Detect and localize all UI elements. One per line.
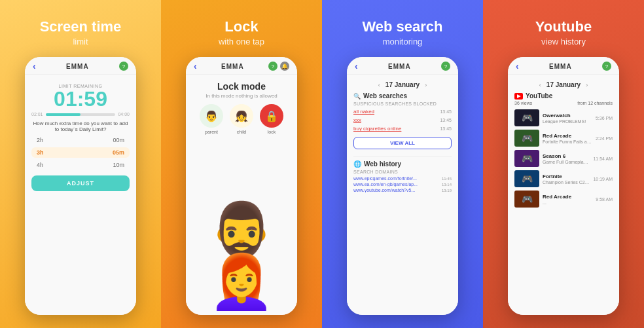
yt-title-1: Owerwatch — [543, 113, 592, 119]
back-arrow-4-icon[interactable]: ‹ — [516, 61, 519, 71]
status-icon-3: ? — [441, 62, 450, 71]
used-label: 02:01 — [31, 112, 43, 117]
yt-item-4[interactable]: 🎮 Fortnite Champion Series C2S7 - Qualif… — [514, 170, 613, 187]
time-option-1[interactable]: 2h 00m — [31, 135, 130, 145]
yt-video-list: 🎮 Owerwatch League PROBLEMS! 5:36 PM 🎮 R… — [514, 109, 613, 208]
yt-item-5[interactable]: 🎮 Red Arcade ... 9:58 AM — [514, 191, 613, 208]
yt-thumb-5: 🎮 — [514, 191, 539, 208]
yt-item-2[interactable]: 🎮 Red Arcade Fortnite Funny Fails and WT… — [514, 130, 613, 147]
add-time-question: How much extra time do you want to add t… — [31, 120, 130, 132]
time-option-2[interactable]: 3h 05m — [31, 147, 130, 158]
lock-label: lock — [268, 130, 276, 134]
panel-2-title: Lock — [224, 18, 258, 35]
panel-3-subtitle: monitoring — [383, 37, 423, 46]
panel-2-subtitle: with one tap — [219, 37, 264, 46]
panel-4-title: Youtube — [535, 18, 592, 35]
date-4: 17 January — [546, 81, 581, 88]
child-label: child — [237, 130, 246, 134]
yt-thumb-1: 🎮 — [514, 109, 539, 126]
yt-info-3: Season 6 Game Full Gameplay Seas... — [543, 153, 590, 164]
phone-2-icons: ? 🔔 — [268, 62, 289, 71]
web-history-header: 🌐 Web history — [353, 160, 452, 168]
yt-thumb-2: 🎮 — [514, 130, 539, 147]
phone-1-status-bar: ‹ EMMA ? — [25, 57, 136, 75]
phone-2-status-bar: ‹ EMMA ? 🔔 — [186, 57, 297, 75]
back-arrow-icon[interactable]: ‹ — [33, 61, 36, 71]
phone-1-content: LIMIT REMAINING 01:59 02:01 04:00 How mu… — [25, 75, 136, 315]
timer-display: 01:59 — [31, 88, 130, 109]
panel-1-title: Screen time — [40, 18, 122, 35]
yt-stats: 36 views from 12 channels — [514, 101, 613, 105]
yt-item-3[interactable]: 🎮 Season 6 Game Full Gameplay Seas... 11… — [514, 150, 613, 167]
yt-channel-5: ... — [543, 200, 592, 205]
parent-child-figure: 🧔‍♂️👩‍🦰 — [192, 204, 291, 308]
back-arrow-2-icon[interactable]: ‹ — [194, 61, 197, 71]
yt-views: 36 views — [514, 101, 532, 105]
status-icon: ? — [119, 62, 128, 71]
search-term-2: xxx — [353, 117, 361, 123]
child-avatar: 👧 — [230, 104, 253, 128]
history-time-3: 13:19 — [442, 189, 452, 192]
search-term-3: buy cigarettes online — [353, 126, 401, 132]
yt-title-5: Red Arcade — [543, 194, 592, 200]
parent-icon-item: 👨 parent — [200, 104, 223, 134]
phone-3-icons: ? — [441, 62, 450, 71]
yt-thumb-3: 🎮 — [514, 150, 539, 167]
youtube-logo: ▶ — [514, 93, 523, 100]
phone-4: ‹ EMMA ? ‹ 17 January › ▶ YouTube 36 vie… — [508, 57, 619, 315]
date-row-3: ‹ 17 January › — [353, 81, 452, 88]
yt-channel-4: Champion Series C2S7 - Qualifier... — [543, 180, 590, 185]
youtube-panel: Youtube view history ‹ EMMA ? ‹ 17 Janua… — [483, 0, 644, 328]
phone-4-status-bar: ‹ EMMA ? — [508, 57, 619, 75]
yt-time-5: 9:58 AM — [596, 197, 613, 202]
search-item-1: all naked 13:45 — [353, 107, 452, 116]
search-time-1: 13:45 — [440, 109, 452, 114]
yt-item-1[interactable]: 🎮 Owerwatch League PROBLEMS! 5:36 PM — [514, 109, 613, 126]
yt-info-5: Red Arcade ... — [543, 194, 592, 205]
time-m-1: 00m — [113, 137, 124, 143]
yt-title-4: Fortnite — [543, 173, 590, 180]
date-3: 17 January — [385, 81, 420, 88]
yt-channels: from 12 channels — [577, 101, 613, 105]
yt-header: ▶ YouTube — [514, 92, 613, 100]
yt-channel-3: Game Full Gameplay Seas... — [543, 160, 590, 164]
lock-icon-item[interactable]: 🔒 lock — [260, 104, 283, 134]
yt-info-1: Owerwatch League PROBLEMS! — [543, 113, 592, 124]
limit-value: 04:00 — [118, 112, 130, 117]
search-items: all naked 13:45 xxx 13:45 buy cigarettes… — [353, 107, 452, 133]
history-url-3[interactable]: www.youtube.com/watch?v5... — [353, 188, 415, 192]
search-time-2: 13:45 — [440, 118, 452, 122]
yt-time-1: 5:36 PM — [596, 116, 613, 120]
panel-4-subtitle: view history — [541, 37, 586, 46]
history-time-2: 13:14 — [442, 183, 452, 187]
history-time-1: 11:45 — [442, 177, 452, 181]
search-time-3: 13:45 — [440, 126, 452, 131]
web-search-panel: Web search monitoring ‹ EMMA ? ‹ 17 Janu… — [322, 0, 483, 328]
yt-title-2: Red Arcade — [543, 133, 592, 139]
history-url-1[interactable]: www.epicgames.com/fortnite/... — [353, 176, 417, 181]
lock-icons-row: 👨 parent 👧 child 🔒 lock — [200, 104, 283, 134]
time-m-2: 05m — [113, 149, 124, 156]
lock-avatar: 🔒 — [260, 104, 283, 128]
search-item-3: buy cigarettes online 13:45 — [353, 124, 452, 133]
adjust-button[interactable]: ADJUST — [31, 175, 130, 191]
phone-3-name: EMMA — [388, 63, 411, 70]
phone-4-icons: ? — [602, 62, 611, 71]
yt-time-2: 2:24 PM — [596, 136, 613, 141]
phone-2: ‹ EMMA ? 🔔 Lock mode In this mode nothin… — [186, 57, 297, 315]
timer-bar-row: 02:01 04:00 — [31, 112, 130, 117]
yt-time-3: 11:54 AM — [593, 156, 613, 161]
back-arrow-3-icon[interactable]: ‹ — [355, 61, 358, 71]
history-items: www.epicgames.com/fortnite/... 11:45 www… — [353, 175, 452, 193]
phone-4-content: ‹ 17 January › ▶ YouTube 36 views from 1… — [508, 75, 619, 315]
search-term-1: all naked — [353, 109, 374, 115]
history-item-3: www.youtube.com/watch?v5... 13:19 — [353, 187, 452, 193]
child-icon-item: 👧 child — [230, 104, 253, 134]
view-all-button[interactable]: VIEW ALL — [353, 137, 452, 149]
timer-bar-fill — [46, 113, 80, 116]
history-url-2[interactable]: www.ea.com/en-gb/games/ap... — [353, 182, 418, 187]
time-h-2: 3h — [37, 149, 44, 156]
time-option-3[interactable]: 4h 10m — [31, 160, 130, 170]
screen-time-panel: Screen time limit ‹ EMMA ? LIMIT REMAINI… — [0, 0, 161, 328]
globe-icon: 🌐 — [353, 160, 361, 168]
